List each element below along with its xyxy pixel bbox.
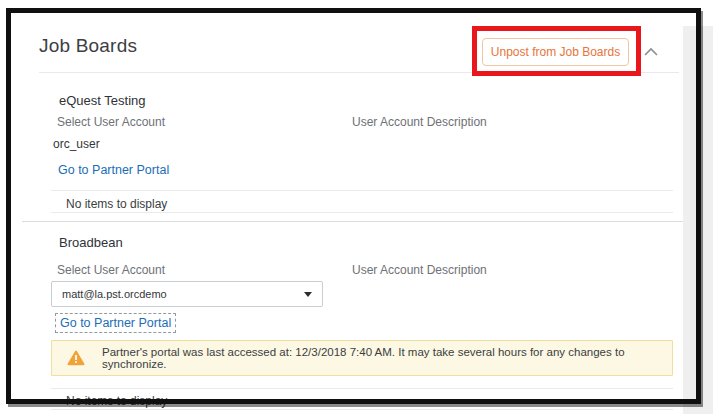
select-user-account-label: Select User Account <box>57 263 165 277</box>
annotation-highlight-box <box>472 26 641 76</box>
equest-selected-account: orc_user <box>53 137 100 151</box>
broadbean-empty-message: No items to display <box>66 394 167 408</box>
broadbean-partner-portal-link[interactable]: Go to Partner Portal <box>55 313 176 333</box>
screenshot: Job Boards Unpost from Job Boards eQuest… <box>0 0 713 414</box>
chevron-up-icon[interactable] <box>642 44 660 56</box>
equest-partner-portal-link[interactable]: Go to Partner Portal <box>58 163 169 177</box>
divider <box>51 212 673 213</box>
section-title-equest: eQuest Testing <box>59 93 145 108</box>
sync-warning-text: Partner's portal was last accessed at: 1… <box>102 346 672 370</box>
section-divider <box>22 221 683 222</box>
equest-empty-message: No items to display <box>66 197 167 211</box>
page-title: Job Boards <box>39 35 137 57</box>
divider <box>51 409 673 410</box>
user-account-description-label: User Account Description <box>352 115 487 129</box>
warning-triangle-icon <box>67 350 85 366</box>
user-account-description-label: User Account Description <box>352 263 487 277</box>
user-account-select[interactable]: matt@la.pst.orcdemo <box>51 281 323 307</box>
job-boards-panel: Job Boards Unpost from Job Boards eQuest… <box>11 13 702 403</box>
divider <box>51 190 673 191</box>
divider <box>51 388 673 389</box>
sync-warning-banner: Partner's portal was last accessed at: 1… <box>51 340 673 376</box>
select-user-account-label: Select User Account <box>57 115 165 129</box>
section-title-broadbean: Broadbean <box>59 235 123 250</box>
user-account-select-value: matt@la.pst.orcdemo <box>62 288 167 300</box>
page-background-strip <box>683 26 713 414</box>
caret-down-icon <box>304 292 312 297</box>
